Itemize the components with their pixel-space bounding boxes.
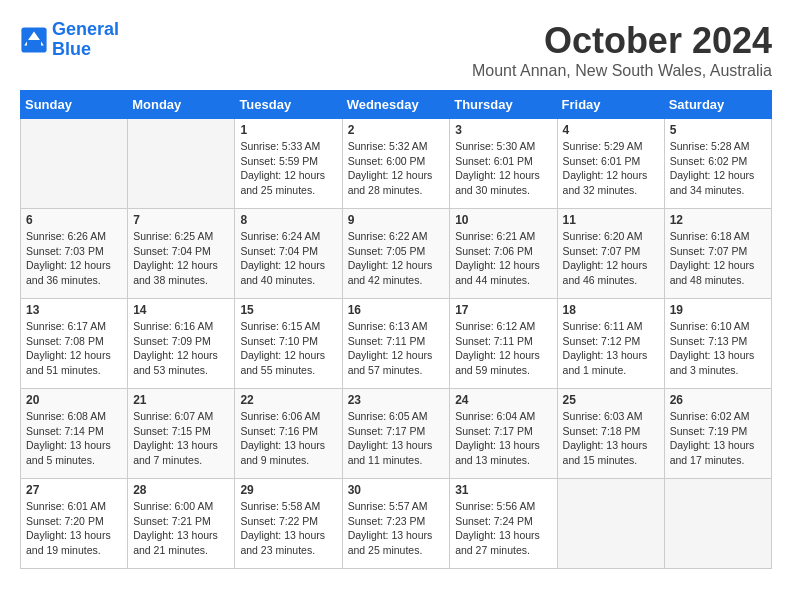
calendar-cell: 13Sunrise: 6:17 AMSunset: 7:08 PMDayligh… [21, 299, 128, 389]
calendar-cell: 26Sunrise: 6:02 AMSunset: 7:19 PMDayligh… [664, 389, 771, 479]
calendar-cell: 8Sunrise: 6:24 AMSunset: 7:04 PMDaylight… [235, 209, 342, 299]
calendar-cell: 24Sunrise: 6:04 AMSunset: 7:17 PMDayligh… [450, 389, 557, 479]
day-header-saturday: Saturday [664, 91, 771, 119]
day-header-thursday: Thursday [450, 91, 557, 119]
day-number: 10 [455, 213, 551, 227]
day-number: 2 [348, 123, 445, 137]
day-number: 16 [348, 303, 445, 317]
calendar-cell: 2Sunrise: 5:32 AMSunset: 6:00 PMDaylight… [342, 119, 450, 209]
logo: General Blue [20, 20, 119, 60]
calendar-week-5: 27Sunrise: 6:01 AMSunset: 7:20 PMDayligh… [21, 479, 772, 569]
day-number: 5 [670, 123, 766, 137]
cell-content: Sunrise: 6:17 AMSunset: 7:08 PMDaylight:… [26, 319, 122, 378]
logo-general: General [52, 19, 119, 39]
calendar-week-2: 6Sunrise: 6:26 AMSunset: 7:03 PMDaylight… [21, 209, 772, 299]
cell-content: Sunrise: 6:05 AMSunset: 7:17 PMDaylight:… [348, 409, 445, 468]
calendar-cell: 22Sunrise: 6:06 AMSunset: 7:16 PMDayligh… [235, 389, 342, 479]
day-header-sunday: Sunday [21, 91, 128, 119]
day-number: 11 [563, 213, 659, 227]
day-number: 22 [240, 393, 336, 407]
calendar-cell: 3Sunrise: 5:30 AMSunset: 6:01 PMDaylight… [450, 119, 557, 209]
day-number: 26 [670, 393, 766, 407]
day-header-tuesday: Tuesday [235, 91, 342, 119]
cell-content: Sunrise: 6:16 AMSunset: 7:09 PMDaylight:… [133, 319, 229, 378]
day-number: 18 [563, 303, 659, 317]
calendar-cell: 11Sunrise: 6:20 AMSunset: 7:07 PMDayligh… [557, 209, 664, 299]
calendar-table: SundayMondayTuesdayWednesdayThursdayFrid… [20, 90, 772, 569]
day-number: 8 [240, 213, 336, 227]
cell-content: Sunrise: 6:08 AMSunset: 7:14 PMDaylight:… [26, 409, 122, 468]
cell-content: Sunrise: 5:28 AMSunset: 6:02 PMDaylight:… [670, 139, 766, 198]
logo-text: General Blue [52, 20, 119, 60]
calendar-cell: 31Sunrise: 5:56 AMSunset: 7:24 PMDayligh… [450, 479, 557, 569]
calendar-cell: 30Sunrise: 5:57 AMSunset: 7:23 PMDayligh… [342, 479, 450, 569]
cell-content: Sunrise: 6:02 AMSunset: 7:19 PMDaylight:… [670, 409, 766, 468]
cell-content: Sunrise: 6:21 AMSunset: 7:06 PMDaylight:… [455, 229, 551, 288]
cell-content: Sunrise: 6:24 AMSunset: 7:04 PMDaylight:… [240, 229, 336, 288]
calendar-cell: 9Sunrise: 6:22 AMSunset: 7:05 PMDaylight… [342, 209, 450, 299]
day-number: 1 [240, 123, 336, 137]
calendar-cell: 28Sunrise: 6:00 AMSunset: 7:21 PMDayligh… [128, 479, 235, 569]
calendar-week-4: 20Sunrise: 6:08 AMSunset: 7:14 PMDayligh… [21, 389, 772, 479]
day-number: 29 [240, 483, 336, 497]
logo-blue: Blue [52, 39, 91, 59]
day-number: 15 [240, 303, 336, 317]
cell-content: Sunrise: 6:20 AMSunset: 7:07 PMDaylight:… [563, 229, 659, 288]
day-header-friday: Friday [557, 91, 664, 119]
calendar-cell: 25Sunrise: 6:03 AMSunset: 7:18 PMDayligh… [557, 389, 664, 479]
day-number: 7 [133, 213, 229, 227]
day-number: 13 [26, 303, 122, 317]
month-title: October 2024 [472, 20, 772, 62]
calendar-cell: 27Sunrise: 6:01 AMSunset: 7:20 PMDayligh… [21, 479, 128, 569]
cell-content: Sunrise: 5:56 AMSunset: 7:24 PMDaylight:… [455, 499, 551, 558]
cell-content: Sunrise: 6:06 AMSunset: 7:16 PMDaylight:… [240, 409, 336, 468]
page-header: General Blue October 2024 Mount Annan, N… [20, 20, 772, 80]
cell-content: Sunrise: 6:12 AMSunset: 7:11 PMDaylight:… [455, 319, 551, 378]
calendar-cell: 10Sunrise: 6:21 AMSunset: 7:06 PMDayligh… [450, 209, 557, 299]
calendar-cell: 15Sunrise: 6:15 AMSunset: 7:10 PMDayligh… [235, 299, 342, 389]
svg-rect-2 [27, 40, 41, 47]
logo-icon [20, 26, 48, 54]
calendar-cell: 5Sunrise: 5:28 AMSunset: 6:02 PMDaylight… [664, 119, 771, 209]
calendar-cell: 18Sunrise: 6:11 AMSunset: 7:12 PMDayligh… [557, 299, 664, 389]
cell-content: Sunrise: 6:18 AMSunset: 7:07 PMDaylight:… [670, 229, 766, 288]
day-number: 9 [348, 213, 445, 227]
day-number: 23 [348, 393, 445, 407]
cell-content: Sunrise: 5:32 AMSunset: 6:00 PMDaylight:… [348, 139, 445, 198]
day-number: 25 [563, 393, 659, 407]
day-number: 4 [563, 123, 659, 137]
calendar-cell: 29Sunrise: 5:58 AMSunset: 7:22 PMDayligh… [235, 479, 342, 569]
day-number: 27 [26, 483, 122, 497]
day-header-monday: Monday [128, 91, 235, 119]
cell-content: Sunrise: 5:33 AMSunset: 5:59 PMDaylight:… [240, 139, 336, 198]
calendar-week-3: 13Sunrise: 6:17 AMSunset: 7:08 PMDayligh… [21, 299, 772, 389]
day-number: 3 [455, 123, 551, 137]
day-number: 6 [26, 213, 122, 227]
cell-content: Sunrise: 6:01 AMSunset: 7:20 PMDaylight:… [26, 499, 122, 558]
calendar-cell [21, 119, 128, 209]
cell-content: Sunrise: 5:58 AMSunset: 7:22 PMDaylight:… [240, 499, 336, 558]
calendar-cell [664, 479, 771, 569]
cell-content: Sunrise: 6:26 AMSunset: 7:03 PMDaylight:… [26, 229, 122, 288]
cell-content: Sunrise: 5:29 AMSunset: 6:01 PMDaylight:… [563, 139, 659, 198]
calendar-cell: 6Sunrise: 6:26 AMSunset: 7:03 PMDaylight… [21, 209, 128, 299]
calendar-week-1: 1Sunrise: 5:33 AMSunset: 5:59 PMDaylight… [21, 119, 772, 209]
calendar-cell [557, 479, 664, 569]
calendar-cell: 19Sunrise: 6:10 AMSunset: 7:13 PMDayligh… [664, 299, 771, 389]
calendar-cell: 4Sunrise: 5:29 AMSunset: 6:01 PMDaylight… [557, 119, 664, 209]
cell-content: Sunrise: 6:22 AMSunset: 7:05 PMDaylight:… [348, 229, 445, 288]
day-number: 30 [348, 483, 445, 497]
calendar-cell: 14Sunrise: 6:16 AMSunset: 7:09 PMDayligh… [128, 299, 235, 389]
calendar-cell: 20Sunrise: 6:08 AMSunset: 7:14 PMDayligh… [21, 389, 128, 479]
cell-content: Sunrise: 6:07 AMSunset: 7:15 PMDaylight:… [133, 409, 229, 468]
day-number: 12 [670, 213, 766, 227]
cell-content: Sunrise: 6:13 AMSunset: 7:11 PMDaylight:… [348, 319, 445, 378]
day-header-wednesday: Wednesday [342, 91, 450, 119]
cell-content: Sunrise: 5:57 AMSunset: 7:23 PMDaylight:… [348, 499, 445, 558]
calendar-header-row: SundayMondayTuesdayWednesdayThursdayFrid… [21, 91, 772, 119]
title-section: October 2024 Mount Annan, New South Wale… [472, 20, 772, 80]
day-number: 19 [670, 303, 766, 317]
day-number: 21 [133, 393, 229, 407]
cell-content: Sunrise: 6:11 AMSunset: 7:12 PMDaylight:… [563, 319, 659, 378]
calendar-cell: 17Sunrise: 6:12 AMSunset: 7:11 PMDayligh… [450, 299, 557, 389]
